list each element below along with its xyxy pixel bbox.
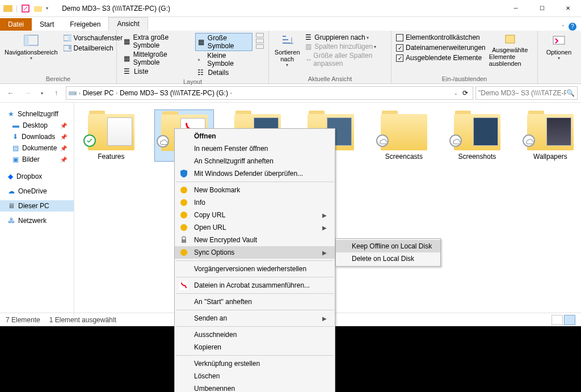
ctx-pin-quick[interactable]: An Schnellzugriff anheften	[175, 155, 335, 167]
ctx-rename[interactable]: Umbenennen	[175, 382, 335, 392]
ctx-previous-versions[interactable]: Vorgängerversionen wiederherstellen	[175, 263, 335, 275]
view-large[interactable]: ▦Große Symbole	[195, 33, 252, 51]
address-bar[interactable]: › Dieser PC › Demo MD3– S3 (\\\\TATZE-PC…	[66, 86, 473, 100]
folder-screencasts[interactable]: Screencasts	[374, 109, 433, 161]
fit-columns-button[interactable]: ↔Größe aller Spalten anpassen	[304, 51, 386, 68]
up-button[interactable]: ↑	[49, 86, 64, 100]
detail-pane-button[interactable]: Detailbereich	[61, 43, 125, 53]
view-icons-button[interactable]	[564, 315, 575, 325]
ribbon-collapse-icon[interactable]: ⌃	[561, 24, 565, 29]
ctx-send-to[interactable]: Senden an▶	[175, 312, 335, 324]
refresh-icon[interactable]: ⟳	[460, 89, 470, 97]
separator	[176, 260, 334, 261]
chevron-right-icon: ▶	[322, 225, 327, 231]
folder-label: Screenshots	[458, 153, 496, 161]
close-button[interactable]: ✕	[555, 0, 581, 17]
network-icon: 🖧	[8, 217, 15, 225]
preview-pane-button[interactable]: Vorschaufenster	[61, 33, 125, 43]
pictures-icon: ▣	[12, 155, 19, 163]
view-small[interactable]: ▫Kleine Symbole	[195, 51, 252, 68]
ctx-defender[interactable]: Mit Windows Defender überprüfen...	[175, 167, 335, 180]
checkbox-hidden[interactable]: ✓Ausgeblendete Elemente	[396, 53, 486, 62]
folder-screenshots[interactable]: Screenshots	[447, 109, 507, 161]
tab-freigeben[interactable]: Freigeben	[62, 18, 108, 31]
sidebar-item-pictures[interactable]: ▣Bilder📌	[0, 154, 74, 165]
submenu-delete-local[interactable]: Delete on Local Disk	[336, 252, 440, 265]
folder-label: Wallpapers	[533, 153, 567, 161]
back-button[interactable]: ←	[3, 86, 18, 100]
hide-selected-button[interactable]: Ausgewählte Elemente ausblenden	[489, 33, 531, 67]
ctx-open[interactable]: Öffnen	[175, 130, 335, 142]
sidebar-network[interactable]: 🖧Netzwerk	[0, 215, 74, 226]
search-input[interactable]: "Demo MD3– S3 (\\\\TATZE-PC... 🔍	[475, 86, 578, 100]
sidebar-onedrive[interactable]: ☁OneDrive	[0, 186, 74, 197]
view-extra-large[interactable]: ▦Extra große Symbole	[121, 33, 192, 50]
sidebar-quick-access[interactable]: ★Schnellzugriff	[0, 108, 74, 120]
chevron-right-icon[interactable]: ›	[116, 91, 117, 96]
tab-datei[interactable]: Datei	[0, 18, 32, 31]
sidebar-dropbox[interactable]: ◆Dropbox	[0, 171, 74, 182]
options-button[interactable]: Optionen ▾	[542, 33, 575, 61]
navigation-pane-button[interactable]: Navigationsbereich ▾	[5, 33, 58, 61]
checkbox-extensions[interactable]: ✓Dateinamenerweiterungen	[396, 43, 486, 52]
chevron-right-icon[interactable]: ›	[230, 91, 232, 96]
ctx-sync-options[interactable]: Sync Options▶	[175, 246, 335, 259]
view-details-button[interactable]	[551, 315, 563, 325]
recent-locations-button[interactable]: ▾	[37, 86, 47, 100]
qat-dropdown[interactable]: ▾	[46, 6, 48, 11]
ctx-acrobat[interactable]: Dateien in Acrobat zusammenführen...	[175, 279, 335, 292]
chevron-down-icon: ▾	[558, 56, 560, 61]
help-icon[interactable]: ?	[569, 23, 576, 31]
properties-icon[interactable]	[21, 4, 30, 13]
ctx-info[interactable]: Info	[175, 196, 335, 209]
gallery-down-icon[interactable]	[256, 39, 264, 43]
add-columns-button[interactable]: ▥Spalten hinzufügen▾	[304, 42, 386, 51]
view-details[interactable]: ☷Details	[195, 68, 252, 77]
ctx-open-url[interactable]: Open URL▶	[175, 221, 335, 234]
folder-icon[interactable]	[33, 4, 43, 13]
separator	[176, 182, 334, 182]
submenu-keep-offline[interactable]: Keep Offline on Local Disk	[336, 240, 440, 252]
folder-features[interactable]: Features	[81, 109, 141, 161]
minimize-button[interactable]: ─	[503, 0, 529, 17]
svg-point-17	[180, 249, 187, 256]
chevron-right-icon: ▶	[322, 250, 327, 256]
ctx-pin-start[interactable]: An "Start" anheften	[175, 296, 335, 308]
folder-wallpapers[interactable]: Wallpapers	[520, 109, 580, 161]
gallery-up-icon[interactable]	[256, 33, 264, 37]
checkbox-item-checkboxes[interactable]: Elementkontrollkästchen	[396, 33, 486, 42]
sidebar-item-downloads[interactable]: ⬇Downloads📌	[0, 131, 74, 142]
ctx-copy-url[interactable]: Copy URL▶	[175, 209, 335, 221]
forward-button[interactable]: →	[20, 86, 35, 100]
ctx-shortcut[interactable]: Verknüpfung erstellen	[175, 357, 335, 370]
document-icon: ▤	[12, 144, 19, 152]
pin-icon: 📌	[60, 123, 67, 129]
sidebar-this-pc[interactable]: 🖥Dieser PC	[0, 200, 74, 212]
ctx-delete[interactable]: Löschen	[175, 370, 335, 382]
ctx-new-bookmark[interactable]: New Bookmark	[175, 184, 335, 196]
nav-pane-label: Navigationsbereich	[5, 49, 58, 56]
separator	[176, 293, 334, 294]
maximize-button[interactable]: ☐	[529, 0, 555, 17]
tab-start[interactable]: Start	[32, 18, 62, 31]
qat-divider: |	[16, 5, 18, 12]
view-medium[interactable]: ▦Mittelgroße Symbole	[121, 50, 192, 67]
ctx-copy[interactable]: Kopieren	[175, 341, 335, 353]
gallery-more-icon[interactable]	[256, 44, 264, 49]
sidebar-item-documents[interactable]: ▤Dokumente📌	[0, 142, 74, 154]
breadcrumb-path[interactable]: Demo MD3– S3 (\\\\TATZE-PC) (G:)	[120, 89, 228, 97]
ctx-new-window[interactable]: In neuem Fenster öffnen	[175, 142, 335, 155]
sidebar-item-desktop[interactable]: ▬Desktop📌	[0, 120, 74, 131]
breadcrumb-pc[interactable]: Dieser PC	[83, 89, 114, 97]
view-list[interactable]: ☰Liste	[121, 67, 192, 76]
ctx-new-vault[interactable]: New Encrypted Vault	[175, 234, 335, 246]
chevron-right-icon[interactable]: ›	[79, 91, 81, 96]
group-by-button[interactable]: ☰Gruppieren nach▾	[304, 33, 386, 42]
sort-by-button[interactable]: Sortieren nach ▾	[273, 33, 301, 68]
status-selection: 1 Element ausgewählt	[49, 316, 116, 324]
search-placeholder: "Demo MD3– S3 (\\\\TATZE-PC...	[478, 89, 566, 97]
tab-ansicht[interactable]: Ansicht	[108, 17, 148, 31]
separator	[176, 326, 334, 327]
ctx-cut[interactable]: Ausschneiden	[175, 328, 335, 341]
address-dropdown[interactable]: ⌄	[454, 91, 458, 96]
